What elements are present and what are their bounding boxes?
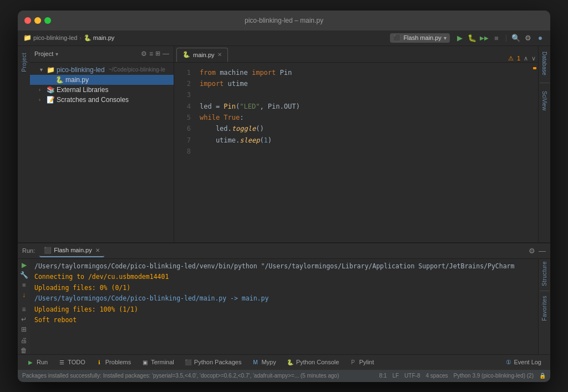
run-tab-close[interactable]: ✕	[95, 247, 100, 253]
favorites-label[interactable]: Favorites	[541, 296, 547, 321]
run-tree-icon[interactable]: ⊞	[19, 325, 29, 333]
event-log-badge: ①	[506, 359, 511, 366]
status-right: 8:1 LF UTF-8 4 spaces Python 3.9 (pico-b…	[379, 373, 546, 379]
tab-python-icon: 🐍	[182, 51, 190, 58]
run-tab-label: Flash main.py	[54, 247, 92, 253]
bottom-close-icon[interactable]: —	[539, 247, 546, 255]
tab-python-packages[interactable]: ⬛ Python Packages	[180, 355, 246, 369]
play-icon[interactable]: ▶	[455, 33, 464, 42]
tab-problems-label: Problems	[105, 359, 131, 365]
structure-label[interactable]: Structure	[541, 261, 547, 286]
libs-icon: 📚	[46, 86, 55, 94]
tab-close-icon[interactable]: ✕	[217, 52, 222, 58]
minimize-button[interactable]	[34, 17, 41, 24]
bottom-panel-actions: ⚙ —	[529, 247, 546, 255]
run-config-label: Flash main.py	[403, 34, 441, 41]
run-print-icon[interactable]: 🖨	[19, 335, 29, 345]
tab-run-label: Run	[37, 359, 48, 365]
code-editor[interactable]: from machine import Pin import utime led…	[194, 63, 531, 242]
bottom-run-tab[interactable]: ⬛ Flash main.py ✕	[39, 244, 104, 257]
bottom-settings-icon[interactable]: ⚙	[529, 247, 535, 255]
main-area: Project Project ▾ ⚙ ≡ ⊞ — ▼ �	[18, 46, 550, 242]
tree-arrow-ext: ›	[39, 87, 44, 93]
breadcrumb-separator: ›	[80, 35, 82, 41]
tab-problems[interactable]: ℹ Problems	[91, 355, 135, 369]
status-charset[interactable]: UTF-8	[404, 373, 420, 379]
tab-terminal-label: Terminal	[151, 359, 174, 365]
window-controls	[24, 17, 51, 24]
tab-mypy-label: Mypy	[261, 359, 276, 365]
output-text-5: Uploading files: 100% (1/1)	[34, 304, 138, 315]
run-config-selector[interactable]: ⬛ Flash main.py ▾	[390, 33, 449, 43]
sciview-label[interactable]: SciView	[540, 89, 549, 113]
project-sidebar-label[interactable]: Project	[20, 50, 28, 74]
run-play-icon[interactable]: ▶	[19, 261, 29, 269]
tab-run[interactable]: ▶ Run	[22, 355, 52, 369]
project-sort-icon[interactable]: ≡	[149, 50, 153, 58]
editor-content[interactable]: 1 2 3 4 5 6 7 8 from machine import Pin …	[174, 63, 538, 242]
close-button[interactable]	[24, 17, 31, 24]
output-line-1: /Users/taylormingos/Code/pico-blinking-l…	[34, 261, 534, 272]
warning-caret-down[interactable]: ∨	[531, 55, 536, 62]
warning-caret-up[interactable]: ∧	[524, 55, 528, 62]
debug-icon[interactable]: 🐛	[468, 33, 476, 42]
database-label[interactable]: Database	[540, 49, 549, 78]
gear-icon[interactable]: ⚙	[524, 33, 532, 42]
run-wrap-icon[interactable]: ↵	[19, 315, 29, 323]
tab-event-log[interactable]: ① Event Log	[501, 355, 546, 369]
output-line-3: Uploading files: 0% (0/1)	[34, 283, 534, 294]
structure-divider	[540, 291, 550, 291]
run2-icon[interactable]: ▶▶	[480, 33, 489, 42]
run-scroll-icon[interactable]: ≡	[19, 306, 29, 313]
code-line-6: led.toggle()	[200, 123, 531, 134]
tree-item-root[interactable]: ▼ 📁 pico-blinking-led ~/Code/pico-blinki…	[30, 65, 174, 75]
tab-mypy[interactable]: M Mypy	[247, 355, 280, 369]
tab-pylint[interactable]: P Pylint	[344, 355, 378, 369]
tab-python-console[interactable]: 🐍 Python Console	[282, 355, 344, 369]
project-dropdown-icon[interactable]: ▾	[55, 51, 58, 57]
problems-icon: ℹ	[95, 358, 103, 366]
profile-icon[interactable]: ●	[536, 33, 545, 42]
editor-tabs: 🐍 main.py ✕ ⚠ 1 ∧ ∨	[174, 46, 538, 63]
status-indent[interactable]: 4 spaces	[425, 373, 448, 379]
output-text-3: Uploading files: 0% (0/1)	[34, 283, 130, 294]
left-sidebar: Project	[18, 46, 30, 242]
tab-todo[interactable]: ☰ TODO	[53, 355, 90, 369]
status-position[interactable]: 8:1	[379, 373, 387, 379]
status-encoding[interactable]: LF	[392, 373, 399, 379]
run-label: Run:	[22, 247, 35, 254]
maximize-button[interactable]	[44, 17, 51, 24]
editor-warning: ⚠ 1 ∧ ∨	[508, 55, 536, 62]
run-icon: ▶	[27, 358, 34, 366]
run-trash-icon[interactable]: 🗑	[19, 345, 29, 354]
sidebar-divider	[540, 83, 550, 83]
stop-icon[interactable]: ■	[492, 33, 501, 42]
tree-item-ext-libs[interactable]: › 📚 External Libraries	[30, 85, 174, 95]
tab-terminal[interactable]: ▣ Terminal	[136, 355, 179, 369]
run-stop-icon[interactable]: ■	[19, 281, 29, 289]
editor-tab-main-py[interactable]: 🐍 main.py ✕	[176, 48, 228, 62]
run-config-dropdown-icon[interactable]: ▾	[444, 35, 447, 41]
todo-icon: ☰	[58, 358, 65, 366]
project-settings-icon[interactable]: ⚙	[141, 50, 147, 58]
tree-arrow-scratches: ›	[39, 97, 44, 103]
editor-tab-label: main.py	[193, 52, 215, 58]
run-reload-icon[interactable]: ↓	[19, 291, 29, 299]
status-lock-icon: 🔒	[539, 373, 546, 379]
bottom-panel: Run: ⬛ Flash main.py ✕ ⚙ — ▶ 🔧 ■ ↓ ≡ ↵ ⊞	[18, 242, 550, 370]
tree-item-main-py[interactable]: 🐍 main.py	[30, 75, 174, 85]
folder-icon-root: 📁	[46, 66, 55, 74]
code-line-3	[200, 89, 531, 100]
tree-item-scratches[interactable]: › 📝 Scratches and Consoles	[30, 95, 174, 105]
project-toolbar: Project ▾ ⚙ ≡ ⊞ —	[30, 46, 174, 63]
breadcrumb-file[interactable]: 🐍 main.py	[84, 34, 115, 42]
tab-todo-label: TODO	[68, 359, 85, 365]
run-wrench-icon[interactable]: 🔧	[19, 271, 29, 279]
project-close-icon[interactable]: —	[163, 50, 169, 58]
status-interpreter[interactable]: Python 3.9 (pico-blinking-led) (2)	[453, 373, 534, 379]
project-expand-icon[interactable]: ⊞	[155, 50, 160, 58]
search-icon[interactable]: 🔍	[511, 33, 520, 42]
project-actions: ⚙ ≡ ⊞ —	[141, 50, 169, 58]
breadcrumb-project[interactable]: 📁 pico-blinking-led	[23, 34, 78, 42]
output-line-4: /Users/taylormingos/Code/pico-blinking-l…	[34, 293, 534, 304]
